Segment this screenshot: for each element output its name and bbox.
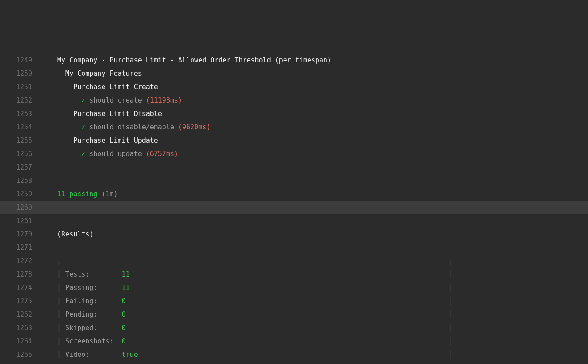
editor-line[interactable]: 1272 ┌──────────────────────────────────… — [0, 254, 588, 268]
text-segment — [49, 96, 81, 104]
text-segment: 11 passing — [57, 190, 97, 198]
text-segment: Purchase Limit Update — [49, 136, 158, 145]
line-number: 1274 — [0, 281, 40, 294]
text-segment: │ — [130, 284, 452, 292]
text-segment: │ — [130, 270, 452, 278]
editor-line[interactable]: 1270 (Results) — [0, 228, 588, 241]
line-content: 11 passing (1m) — [40, 187, 588, 201]
line-number: 1271 — [0, 241, 40, 254]
editor-line[interactable]: 1254 ✓ should disable/enable (9620ms) — [0, 120, 588, 134]
text-segment: should update — [85, 150, 146, 158]
text-segment: My Company Features — [49, 70, 142, 78]
editor-line[interactable]: 1259 11 passing (1m) — [0, 187, 588, 201]
editor-line[interactable]: 1258 — [0, 174, 588, 187]
line-number: 1251 — [0, 80, 40, 94]
text-segment: ) — [89, 230, 93, 238]
text-segment: │ — [126, 297, 453, 305]
editor-line[interactable]: 1263 │ Skipped: 0 │ — [0, 321, 588, 335]
editor-line[interactable]: 1271 — [0, 241, 588, 254]
text-segment: Purchase Limit Disable — [49, 110, 162, 118]
test-output-editor[interactable]: 1249 My Company - Purchase Limit - Allow… — [0, 54, 588, 364]
line-content: │ Passing: 11 │ — [40, 281, 588, 294]
text-segment: should disable/enable — [85, 123, 178, 131]
text-segment: ( — [49, 230, 61, 238]
editor-line[interactable]: 1252 ✓ should create (11198ms) — [0, 94, 588, 107]
editor-line[interactable]: 1266 │ Duration: 1 minute, 23 seconds │ — [0, 361, 588, 364]
text-segment: │ — [126, 310, 453, 318]
editor-line[interactable]: 1253 Purchase Limit Disable — [0, 107, 588, 120]
line-number: 1252 — [0, 94, 40, 107]
line-number: 1256 — [0, 147, 40, 161]
line-content: (Results) — [40, 228, 588, 241]
editor-line[interactable]: 1256 ✓ should update (6757ms) — [0, 147, 588, 161]
text-segment: │ Screenshots: — [49, 337, 122, 345]
text-segment: 11 — [122, 270, 130, 278]
text-segment: │ — [138, 351, 452, 359]
text-segment: 0 — [122, 297, 126, 305]
editor-line[interactable]: 1257 — [0, 161, 588, 174]
text-segment: │ Skipped: — [49, 324, 122, 332]
line-number: 1273 — [0, 268, 40, 281]
line-content: Purchase Limit Create — [40, 80, 588, 94]
text-segment: │ Pending: — [49, 310, 122, 318]
editor-line[interactable]: 1255 Purchase Limit Update — [0, 134, 588, 147]
text-segment: ✓ — [81, 123, 85, 131]
editor-line[interactable]: 1262 │ Pending: 0 │ — [0, 308, 588, 321]
line-number: 1272 — [0, 254, 40, 268]
editor-line[interactable]: 1250 My Company Features — [0, 67, 588, 80]
text-segment: │ Failing: — [49, 297, 122, 305]
text-segment: (1m) — [97, 190, 117, 198]
text-segment: ┌───────────────────────────────────────… — [49, 257, 452, 265]
editor-line[interactable]: 1251 Purchase Limit Create — [0, 80, 588, 94]
text-segment: 0 — [122, 337, 126, 345]
line-number: 1249 — [0, 54, 40, 67]
line-content: │ Duration: 1 minute, 23 seconds │ — [40, 361, 588, 364]
line-number: 1262 — [0, 308, 40, 321]
line-number: 1250 — [0, 67, 40, 80]
editor-line[interactable]: 1261 — [0, 214, 588, 228]
line-content: Purchase Limit Update — [40, 134, 588, 147]
text-segment: ✓ — [81, 150, 85, 158]
text-segment: │ Passing: — [49, 284, 122, 292]
line-content: │ Tests: 11 │ — [40, 268, 588, 281]
editor-line[interactable]: 1275 │ Failing: 0 │ — [0, 294, 588, 308]
line-number: 1265 — [0, 348, 40, 361]
line-content: ┌───────────────────────────────────────… — [40, 254, 588, 268]
line-number: 1264 — [0, 335, 40, 348]
editor-line[interactable]: 1249 My Company - Purchase Limit - Allow… — [0, 54, 588, 67]
line-number: 1260 — [0, 201, 40, 214]
text-segment: should create — [85, 96, 146, 104]
editor-line[interactable]: 1265 │ Video: true │ — [0, 348, 588, 361]
line-number: 1263 — [0, 321, 40, 335]
editor-line[interactable]: 1264 │ Screenshots: 0 │ — [0, 335, 588, 348]
text-segment: │ — [126, 324, 453, 332]
line-content: My Company Features — [40, 67, 588, 80]
line-number: 1257 — [0, 161, 40, 174]
text-segment — [49, 150, 81, 158]
line-content: │ Video: true │ — [40, 348, 588, 361]
line-content: My Company - Purchase Limit - Allowed Or… — [40, 54, 588, 67]
line-number: 1270 — [0, 228, 40, 241]
text-segment: (11198ms) — [146, 96, 182, 104]
text-segment: │ Tests: — [49, 270, 122, 278]
text-segment — [49, 123, 81, 131]
line-content: Purchase Limit Disable — [40, 107, 588, 120]
text-segment: Purchase Limit Create — [49, 83, 158, 91]
text-segment: 11 — [122, 284, 130, 292]
line-content: │ Pending: 0 │ — [40, 308, 588, 321]
line-content: ✓ should update (6757ms) — [40, 147, 588, 161]
line-content: │ Screenshots: 0 │ — [40, 335, 588, 348]
line-content: ✓ should disable/enable (9620ms) — [40, 120, 588, 134]
line-number: 1261 — [0, 214, 40, 228]
line-content: ✓ should create (11198ms) — [40, 94, 588, 107]
text-segment: ✓ — [81, 96, 85, 104]
text-segment: My Company - Purchase Limit - Allowed Or… — [49, 56, 331, 64]
line-number: 1258 — [0, 174, 40, 187]
text-segment: │ — [126, 337, 453, 345]
line-number: 1275 — [0, 294, 40, 308]
text-segment: 0 — [122, 324, 126, 332]
editor-line[interactable]: 1274 │ Passing: 11 │ — [0, 281, 588, 294]
editor-line[interactable]: 1273 │ Tests: 11 │ — [0, 268, 588, 281]
text-segment: │ Video: — [49, 351, 122, 359]
editor-line[interactable]: 1260 — [0, 201, 588, 214]
